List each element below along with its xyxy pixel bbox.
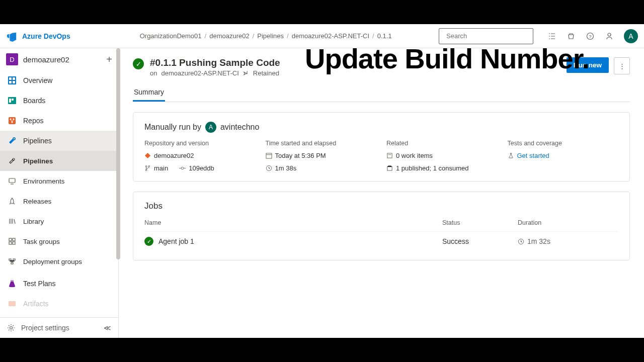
project-settings-label: Project settings [21, 324, 69, 332]
svg-point-4 [608, 33, 611, 36]
gear-icon [7, 324, 15, 332]
breadcrumb-org[interactable]: OrganizationDemo01 [140, 32, 202, 40]
sidebar-item-label: Environments [23, 177, 65, 185]
sidebar-item-artifacts[interactable]: Artifacts [0, 294, 118, 314]
overview-icon [7, 75, 17, 85]
time-started: Today at 5:36 PM [275, 152, 326, 159]
repo-name[interactable]: demoazure02 [154, 152, 194, 159]
time-label: Time started and elapsed [266, 140, 377, 147]
col-name: Name [144, 219, 442, 226]
svg-rect-29 [11, 280, 14, 282]
list-icon[interactable] [547, 32, 556, 41]
help-icon[interactable]: ? [586, 32, 595, 41]
artifacts-text[interactable]: 1 published; 1 consumed [396, 164, 469, 172]
overlay-caption: Update Build Number. [305, 48, 589, 74]
taskgroups-icon [7, 236, 17, 246]
avatar[interactable]: A [624, 29, 638, 43]
svg-rect-8 [9, 81, 12, 83]
add-button[interactable]: + [106, 54, 112, 64]
breadcrumb-build[interactable]: 0.1.1 [377, 32, 392, 40]
related-label: Related [386, 140, 498, 147]
col-status: Status [442, 219, 518, 226]
breadcrumb-pipelines[interactable]: Pipelines [257, 32, 284, 40]
project-selector[interactable]: D demoazure02 + [0, 48, 118, 70]
tests-link[interactable]: Get started [517, 152, 549, 159]
sidebar-sub-releases[interactable]: Releases [0, 191, 118, 211]
sidebar-item-label: Repos [23, 117, 43, 125]
work-items[interactable]: 0 work items [396, 152, 433, 159]
brand-logo[interactable]: Azure DevOps [6, 31, 70, 42]
build-title: #0.1.1 Pushing Sample Code [150, 57, 280, 68]
sidebar-sub-deployment[interactable]: Deployment groups [0, 251, 118, 272]
sidebar-item-repos[interactable]: Repos [0, 111, 118, 131]
brand-text: Azure DevOps [22, 32, 70, 40]
sidebar-sub-library[interactable]: Library [0, 211, 118, 231]
commit-hash[interactable]: 109eddb [189, 164, 214, 172]
sidebar-item-label: Library [23, 218, 44, 225]
boards-icon [7, 96, 17, 106]
tests-label: Tests and coverage [508, 140, 619, 147]
collapse-icon[interactable]: ≪ [104, 324, 111, 332]
sidebar-item-testplans[interactable]: Test Plans [0, 274, 118, 294]
project-settings[interactable]: Project settings ≪ [0, 317, 118, 338]
pin-icon [243, 70, 249, 76]
project-icon: D [6, 53, 18, 65]
marketplace-icon[interactable] [567, 32, 576, 41]
sidebar-sub-environments[interactable]: Environments [0, 171, 118, 191]
col-duration: Duration [518, 219, 618, 226]
svg-rect-43 [387, 167, 392, 170]
sidebar-sub-taskgroups[interactable]: Task groups [0, 231, 118, 251]
project-name: demoazure02 [23, 55, 101, 64]
calendar-icon [266, 152, 272, 159]
sidebar-item-boards[interactable]: Boards [0, 90, 118, 111]
svg-rect-30 [9, 301, 16, 306]
ran-by-user[interactable]: avintechno [220, 123, 259, 132]
repo-label: Repository and version [144, 140, 256, 147]
tab-summary[interactable]: Summary [133, 84, 165, 102]
flask-icon [508, 152, 514, 159]
sidebar-sub-pipelines[interactable]: Pipelines [0, 151, 118, 171]
branch-name[interactable]: main [154, 164, 168, 172]
sidebar-item-label: Task groups [23, 238, 60, 245]
artifacts-icon [7, 299, 17, 309]
success-icon: ✓ [144, 237, 153, 246]
sidebar-item-label: Test Plans [23, 280, 56, 288]
search-input[interactable] [446, 32, 531, 40]
elapsed: 1m 38s [275, 164, 297, 172]
user-settings-icon[interactable] [605, 32, 614, 41]
releases-icon [7, 196, 17, 206]
summary-card: Manually run by A avintechno Repository … [133, 112, 630, 182]
svg-rect-9 [13, 81, 15, 83]
user-avatar: A [205, 122, 216, 133]
pipeline-link[interactable]: demoazure02-ASP.NET-CI [161, 69, 238, 77]
search-box[interactable] [439, 28, 533, 44]
svg-rect-20 [9, 178, 15, 183]
breadcrumb-project[interactable]: demoazure02 [209, 32, 250, 40]
testplans-icon [7, 279, 17, 289]
svg-rect-11 [9, 99, 11, 103]
sidebar-item-pipelines[interactable]: Pipelines [0, 131, 118, 151]
deployment-icon [7, 256, 17, 266]
library-icon [7, 216, 17, 226]
svg-rect-23 [13, 238, 15, 241]
sidebar-item-overview[interactable]: Overview [0, 70, 118, 90]
job-name: Agent job 1 [158, 237, 194, 245]
svg-rect-27 [13, 259, 15, 260]
svg-rect-6 [9, 77, 12, 80]
environments-icon [7, 176, 17, 186]
sidebar-item-label: Overview [23, 76, 52, 84]
breadcrumb-pipeline-name[interactable]: demoazure02-ASP.NET-CI [292, 32, 369, 40]
svg-rect-38 [266, 153, 271, 158]
svg-rect-12 [12, 99, 14, 101]
branch-icon [144, 165, 151, 171]
svg-rect-22 [9, 238, 12, 241]
svg-text:?: ? [589, 34, 591, 39]
job-duration: 1m 32s [527, 237, 550, 245]
sidebar-item-label: Pipelines [23, 137, 52, 145]
job-row[interactable]: ✓ Agent job 1 Success 1m 32s [144, 231, 618, 251]
more-button[interactable]: ⋮ [614, 57, 630, 74]
breadcrumb: OrganizationDemo01 / demoazure02 / Pipel… [140, 32, 392, 40]
svg-rect-28 [11, 262, 13, 264]
job-status: Success [442, 237, 518, 245]
rocket-icon [7, 156, 17, 166]
